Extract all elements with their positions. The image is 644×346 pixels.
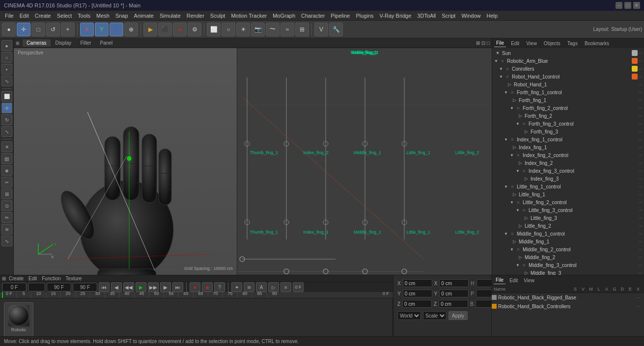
menu-item-render[interactable]: Render: [184, 12, 207, 20]
expand-arm[interactable]: ▼: [494, 59, 499, 63]
bridge-tool[interactable]: ═: [1, 177, 12, 187]
cube-button[interactable]: ⬜: [207, 23, 221, 36]
end-frame2-field[interactable]: [73, 283, 97, 292]
scale-select[interactable]: Scale: [423, 311, 447, 320]
keyframe-button[interactable]: ✦: [231, 282, 242, 292]
tree-item-index1[interactable]: ▷ Index_fing_1 ···: [492, 143, 644, 151]
tree-item-little2[interactable]: ▷ Little_fing_2 ···: [492, 222, 644, 230]
record-button[interactable]: ●: [190, 282, 200, 292]
apply-button[interactable]: Apply: [448, 311, 468, 320]
menu-item-select[interactable]: Select: [54, 12, 75, 20]
render2-button[interactable]: ⬛: [158, 23, 172, 36]
select-tool[interactable]: ⬜: [1, 91, 12, 102]
render-button[interactable]: ▶: [143, 23, 157, 36]
tree-item-sun[interactable]: ☀ Sun ···: [492, 49, 644, 57]
plugin-button[interactable]: 🔧: [329, 23, 343, 36]
object-button[interactable]: □: [31, 23, 45, 36]
om-tab-view[interactable]: View: [524, 40, 539, 47]
hz-field[interactable]: [439, 300, 468, 308]
tree-item-forth2[interactable]: ▷ Forth_fing_2 ···: [492, 112, 644, 120]
object-tree[interactable]: ☀ Sun ··· ▼ ○ Robotic_Arm_Blue ···: [492, 48, 644, 275]
timeline-menu-texture[interactable]: Texture: [64, 276, 84, 281]
tree-item-forth3-ctrl[interactable]: ▼ ○ Forth_fing_3_control ···: [492, 120, 644, 128]
h-field[interactable]: [476, 279, 494, 287]
timeline-icon[interactable]: ⊞: [2, 276, 6, 281]
tree-item-middle2[interactable]: ▷ Middle_fing_2 ···: [492, 253, 644, 261]
tree-item-robotic-arm[interactable]: ▼ ○ Robotic_Arm_Blue ···: [492, 57, 644, 65]
minimize-button[interactable]: −: [616, 2, 622, 9]
expand-controllers[interactable]: ▼: [499, 67, 504, 71]
menu-item-motion-tracker[interactable]: Motion Tracker: [228, 12, 270, 20]
play-back-button[interactable]: ◀◀: [123, 282, 134, 292]
go-end-button[interactable]: ⏭: [172, 282, 183, 292]
world-select[interactable]: World: [397, 311, 421, 320]
fps-button[interactable]: 0 F: [293, 282, 304, 292]
menu-item-mograph[interactable]: MoGraph: [270, 12, 298, 20]
om-tab-edit[interactable]: Edit: [509, 40, 521, 47]
tree-item-hand[interactable]: ▷ Robot_Hand_1 ···: [492, 80, 644, 88]
motion-button[interactable]: ≋: [244, 282, 254, 292]
tree-item-hand-control[interactable]: ▼ ○ Robot_Hand_1control ···: [492, 73, 644, 80]
play-forward-button[interactable]: ▶▶: [148, 282, 159, 292]
step-forward-button[interactable]: ▶: [160, 282, 171, 292]
close-button[interactable]: ✕: [633, 2, 640, 9]
menu-item-snap[interactable]: Snap: [112, 12, 131, 20]
viewport-tab-filter[interactable]: Filter: [76, 39, 95, 47]
camera-button[interactable]: 📷: [251, 23, 265, 36]
tree-item-little2-ctrl[interactable]: ▼ ○ Little_fing_2_control ···: [492, 198, 644, 206]
b-field[interactable]: [476, 300, 493, 308]
viewport-tab-cameras[interactable]: Cameras: [23, 39, 51, 47]
weld-tool[interactable]: ∿: [1, 236, 12, 246]
tree-item-forth3[interactable]: ▷ Forth_fing_3 ···: [492, 128, 644, 135]
px-field[interactable]: [403, 279, 432, 287]
pz-field[interactable]: [402, 300, 432, 308]
timeline-menu-function[interactable]: Function: [40, 276, 62, 281]
stop-button[interactable]: ■: [202, 282, 213, 292]
menu-item-animate[interactable]: Animate: [131, 12, 157, 20]
menu-item-plugins[interactable]: Plugins: [353, 12, 376, 20]
end-frame-field[interactable]: [47, 283, 71, 292]
menu-item-window[interactable]: Window: [458, 12, 483, 20]
mode-tool-1[interactable]: ●: [1, 40, 12, 51]
tree-item-forth1-ctrl[interactable]: ▼ ○ Forth_fing_1_control ···: [492, 88, 644, 96]
hy-field[interactable]: [439, 290, 469, 297]
om-tab-file[interactable]: File: [494, 39, 506, 47]
render-settings-button[interactable]: ⚙: [188, 23, 201, 36]
tree-item-index2-ctrl[interactable]: ▼ ○ Index_fing_2_control ···: [492, 151, 644, 159]
model-mode-button[interactable]: ●: [2, 23, 16, 36]
field-button[interactable]: ⊞: [295, 23, 309, 36]
timeline-menu-edit[interactable]: Edit: [27, 276, 39, 281]
x-axis-button[interactable]: X: [80, 23, 94, 36]
render3-button[interactable]: ●: [173, 23, 187, 36]
om-tab-objects[interactable]: Objects: [542, 40, 562, 47]
om-tab-bookmarks[interactable]: Bookmarks: [583, 40, 611, 47]
menu-item-create[interactable]: Create: [32, 12, 54, 20]
bom-tab-edit[interactable]: Edit: [507, 277, 520, 284]
tree-item-middle1-ctrl[interactable]: ▼ ○ Middle_fing_1_control ···: [492, 230, 644, 238]
move-tool-button[interactable]: ✛: [17, 23, 30, 36]
menu-item-sculpt[interactable]: Sculpt: [207, 12, 228, 20]
playback-button[interactable]: ▷: [268, 282, 279, 292]
viewport-tab-display[interactable]: Display: [52, 39, 76, 47]
go-start-button[interactable]: ⏮: [99, 282, 110, 292]
rotate-tool[interactable]: ↻: [1, 114, 12, 125]
spline-button[interactable]: 〜: [266, 23, 280, 36]
playhead[interactable]: [2, 292, 3, 298]
tree-item-little1[interactable]: ▷ Little_fing_1 ···: [492, 190, 644, 198]
tree-item-middle3-ctrl[interactable]: ▼ ○ Middle_fing_3_control ···: [492, 261, 644, 269]
sculpt-tool[interactable]: ≋: [1, 224, 12, 235]
help-button[interactable]: ?: [214, 282, 225, 292]
bevel-tool[interactable]: ◈: [1, 165, 12, 176]
menu-item-simulate[interactable]: Simulate: [157, 12, 184, 20]
auto-key-button[interactable]: A: [256, 282, 267, 292]
bom-item-controllers[interactable]: Robotic_Hand_Black_Controllers ···: [492, 302, 644, 311]
menu-item-v-ray-bridge[interactable]: V-Ray Bridge: [377, 12, 415, 20]
scale-tool[interactable]: ⤡: [1, 126, 12, 137]
magnet-tool[interactable]: ⊙: [1, 200, 12, 211]
tree-item-index1-ctrl[interactable]: ▼ ○ Index_fing_1_control ···: [492, 135, 644, 143]
z-axis-button[interactable]: Z: [110, 23, 123, 36]
knife-tool[interactable]: ✕: [1, 141, 12, 152]
tree-item-index3[interactable]: ▷ Index_fing_3 ···: [492, 175, 644, 183]
tree-item-forth1[interactable]: ▷ Forth_fing_1 ···: [492, 96, 644, 104]
tree-item-little3[interactable]: ▷ Little_fing_3 ···: [492, 214, 644, 222]
